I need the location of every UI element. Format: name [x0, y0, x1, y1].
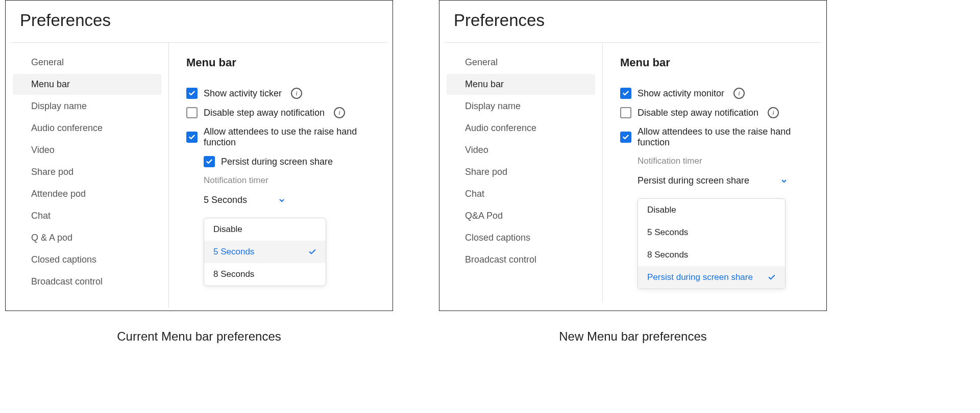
option-allow-raise-hand[interactable]: Allow attendees to use the raise hand fu… — [620, 126, 816, 148]
option-persist-screen-share[interactable]: Persist during screen share — [204, 156, 382, 167]
dropdown-option[interactable]: 5 Seconds — [638, 221, 785, 244]
option-allow-raise-hand[interactable]: Allow attendees to use the raise hand fu… — [186, 126, 382, 148]
left-column: Preferences GeneralMenu barDisplay nameA… — [5, 0, 393, 344]
sidebar-item-general[interactable]: General — [13, 52, 161, 73]
sidebar-item-chat[interactable]: Chat — [447, 184, 595, 204]
option-label: Allow attendees to use the raise hand fu… — [204, 126, 382, 148]
notification-timer-dropdown[interactable]: Persist during screen share — [638, 172, 788, 189]
sidebar-item-general[interactable]: General — [447, 52, 595, 73]
caption-right: New Menu bar preferences — [439, 329, 827, 344]
dropdown-value: Persist during screen share — [638, 175, 749, 186]
checkbox-show-activity[interactable] — [186, 88, 198, 99]
sidebar-item-display-name[interactable]: Display name — [13, 96, 161, 117]
sidebar-right: GeneralMenu barDisplay nameAudio confere… — [439, 43, 603, 302]
notification-timer-label: Notification timer — [204, 175, 382, 186]
option-show-activity[interactable]: Show activity monitor i — [620, 88, 816, 99]
section-title: Menu bar — [620, 56, 816, 69]
option-show-activity[interactable]: Show activity ticker i — [186, 88, 382, 99]
notification-timer-dropdown[interactable]: 5 Seconds — [204, 192, 286, 209]
sidebar-item-audio-conference[interactable]: Audio conference — [13, 118, 161, 139]
dropdown-value: 5 Seconds — [204, 195, 247, 205]
notification-timer-label: Notification timer — [638, 156, 816, 166]
dropdown-option[interactable]: 8 Seconds — [204, 263, 326, 286]
option-label: Disable step away notification — [638, 108, 758, 118]
panel-title: Preferences — [6, 1, 393, 42]
sidebar-item-video[interactable]: Video — [13, 140, 161, 161]
sidebar-item-menu-bar[interactable]: Menu bar — [447, 74, 595, 95]
checkbox-disable-step-away[interactable] — [620, 107, 631, 118]
option-disable-step-away[interactable]: Disable step away notification i — [186, 107, 382, 118]
option-label: Show activity ticker — [204, 88, 282, 99]
dropdown-option[interactable]: Persist during screen share — [638, 266, 785, 289]
dropdown-option[interactable]: Disable — [638, 199, 785, 221]
content-left: Menu bar Show activity ticker i Disable … — [169, 43, 393, 308]
sidebar-item-chat[interactable]: Chat — [13, 205, 161, 226]
chevron-down-icon — [780, 177, 788, 185]
right-column: Preferences GeneralMenu barDisplay nameA… — [439, 0, 827, 344]
checkbox-allow-raise-hand[interactable] — [620, 132, 631, 143]
info-icon[interactable]: i — [768, 107, 779, 118]
info-icon[interactable]: i — [733, 88, 745, 99]
dropdown-option[interactable]: 5 Seconds — [204, 241, 326, 263]
preferences-panel-left: Preferences GeneralMenu barDisplay nameA… — [5, 0, 393, 311]
info-icon[interactable]: i — [334, 107, 345, 118]
option-label: Allow attendees to use the raise hand fu… — [638, 126, 816, 148]
sidebar-item-share-pod[interactable]: Share pod — [447, 162, 595, 183]
dropdown-option[interactable]: Disable — [204, 218, 326, 241]
option-label: Disable step away notification — [204, 108, 325, 118]
sidebar-item-broadcast-control[interactable]: Broadcast control — [13, 271, 161, 292]
sidebar-item-video[interactable]: Video — [447, 140, 595, 161]
sidebar-item-closed-captions[interactable]: Closed captions — [447, 227, 595, 248]
content-right: Menu bar Show activity monitor i Disable… — [603, 43, 826, 302]
sidebar-item-audio-conference[interactable]: Audio conference — [447, 118, 595, 139]
panel-title: Preferences — [439, 1, 826, 42]
sidebar-item-display-name[interactable]: Display name — [447, 96, 595, 117]
option-label: Show activity monitor — [638, 88, 724, 99]
sidebar-item-share-pod[interactable]: Share pod — [13, 162, 161, 183]
sidebar-left: GeneralMenu barDisplay nameAudio confere… — [6, 43, 169, 308]
checkbox-show-activity[interactable] — [620, 88, 631, 99]
sidebar-item-qa-pod[interactable]: Q & A pod — [13, 227, 161, 248]
option-disable-step-away[interactable]: Disable step away notification i — [620, 107, 816, 118]
sidebar-item-broadcast-control[interactable]: Broadcast control — [447, 249, 595, 270]
caption-left: Current Menu bar preferences — [5, 329, 393, 344]
option-label: Persist during screen share — [221, 157, 333, 167]
section-title: Menu bar — [186, 56, 382, 69]
chevron-down-icon — [278, 196, 286, 204]
checkbox-allow-raise-hand[interactable] — [186, 132, 198, 143]
sidebar-item-menu-bar[interactable]: Menu bar — [13, 74, 161, 95]
checkbox-persist[interactable] — [204, 156, 215, 167]
checkbox-disable-step-away[interactable] — [186, 107, 198, 118]
sidebar-item-qa-pod[interactable]: Q&A Pod — [447, 205, 595, 226]
notification-timer-menu[interactable]: Disable5 Seconds8 SecondsPersist during … — [638, 198, 786, 289]
sidebar-item-attendee-pod[interactable]: Attendee pod — [13, 184, 161, 204]
info-icon[interactable]: i — [291, 88, 302, 99]
preferences-panel-right: Preferences GeneralMenu barDisplay nameA… — [439, 0, 827, 311]
dropdown-option[interactable]: 8 Seconds — [638, 244, 785, 266]
sidebar-item-closed-captions[interactable]: Closed captions — [13, 249, 161, 270]
notification-timer-menu[interactable]: Disable5 Seconds8 Seconds — [204, 218, 326, 286]
